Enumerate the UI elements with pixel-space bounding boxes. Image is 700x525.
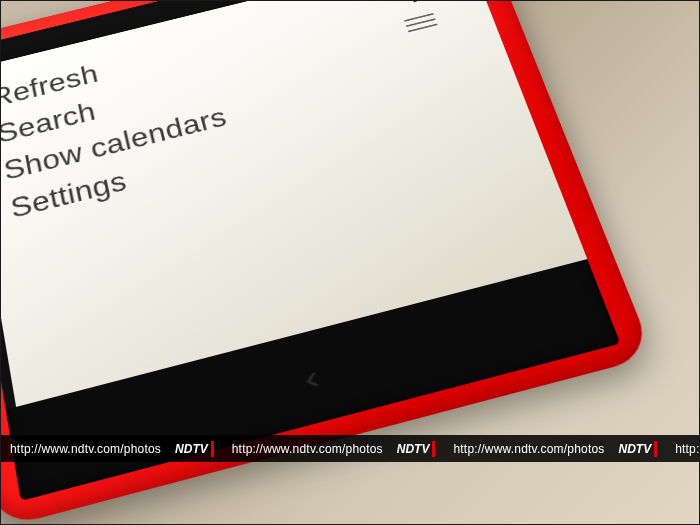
more-menu-icon[interactable] (404, 13, 438, 32)
watermark-logo: NDTV (393, 435, 444, 462)
watermark-url: http://www.ndtv.com/photos (222, 435, 393, 462)
back-icon[interactable]: ‹ (299, 356, 324, 398)
add-icon[interactable]: + (395, 0, 430, 10)
watermark-url: http://www.ndtv.com/photos (0, 435, 171, 462)
menu-list: Refresh Search Show calendars Settings (0, 28, 281, 380)
watermark-url: http://www.ndtv.com/photos (443, 435, 614, 462)
watermark-logo: NDTV (614, 435, 665, 462)
watermark-logo: NDTV (171, 435, 222, 462)
watermark-strip: http://www.ndtv.com/photos NDTV http://w… (0, 435, 700, 462)
watermark-url: http://www.ndtv.com/photos (665, 435, 700, 462)
